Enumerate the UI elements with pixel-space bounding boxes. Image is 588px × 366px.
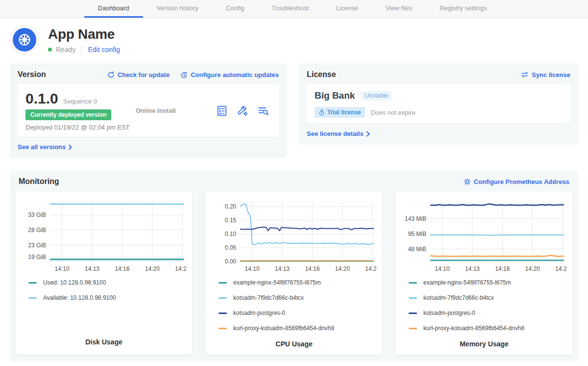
chart-plot[interactable]: 14:1014:1314:1614:2014:230.000.050.100.1… (212, 197, 376, 275)
svg-text:14:13: 14:13 (85, 265, 99, 272)
configure-automatic-updates-button[interactable]: Configure automatic updates (180, 71, 279, 78)
version-number: 0.1.0 (25, 90, 58, 107)
install-type-label: Online Install (136, 107, 216, 114)
svg-text:14:16: 14:16 (495, 265, 510, 272)
tab-label: Version history (157, 4, 198, 12)
chart-plot[interactable]: 14:1014:1314:1614:2014:2348 MiB95 MiB143… (402, 197, 566, 275)
svg-text:95 MiB: 95 MiB (408, 231, 426, 237)
chart-plot[interactable]: 14:1014:1314:1614:2014:2319 GiB23 GiB28 … (22, 197, 186, 275)
charts-row: 14:1014:1314:1614:2014:2319 GiB23 GiB28 … (16, 192, 572, 355)
preflight-checks-icon[interactable] (216, 105, 228, 117)
svg-text:0.10: 0.10 (225, 231, 237, 237)
legend-item: kurl-proxy-kotsadm-8569fb6454-dnvh8 (219, 325, 376, 332)
check-for-update-button[interactable]: Check for update (107, 71, 170, 78)
legend-item: Used: 10.128.0.96:9100 (28, 279, 186, 286)
svg-text:14:23: 14:23 (175, 265, 186, 272)
license-card: License Sync license Big Bank Unstable T… (299, 63, 578, 145)
channel-badge: Unstable (361, 91, 392, 101)
see-license-details-link[interactable]: See license details (307, 130, 370, 137)
chevron-right-icon (68, 144, 73, 150)
chart-legend: example-nginx-54f8f76755-l675mkotsadm-7f… (402, 279, 566, 340)
svg-text:19 GiB: 19 GiB (28, 254, 46, 261)
chart-title: Memory Usage (402, 340, 566, 353)
top-navbar: DashboardVersion historyConfigTroublesho… (0, 0, 588, 18)
edit-config-link[interactable]: Edit config (88, 46, 120, 53)
legend-item: kotsadm-7f9dc7d66c-b4tcx (409, 294, 566, 301)
svg-text:143 MiB: 143 MiB (405, 215, 426, 222)
tab-label: View files (386, 4, 413, 12)
legend-item: kotsadm-postgres-0 (409, 310, 566, 316)
legend-item: kotsadm-postgres-0 (219, 310, 376, 316)
chart-title: Disk Usage (22, 338, 186, 351)
page: App Name Ready Edit config Version Check… (0, 18, 588, 362)
license-name: Big Bank (315, 90, 355, 101)
svg-text:14:20: 14:20 (335, 265, 350, 272)
stopwatch-icon (318, 109, 325, 116)
svg-text:0.20: 0.20 (225, 203, 237, 210)
disk-usage-chart: 14:1014:1314:1614:2014:2319 GiB23 GiB28 … (16, 192, 192, 355)
svg-text:14:10: 14:10 (55, 265, 70, 272)
svg-text:0.00: 0.00 (225, 258, 237, 265)
svg-text:14:23: 14:23 (365, 265, 376, 272)
svg-text:14:10: 14:10 (435, 265, 450, 272)
tab-dashboard[interactable]: Dashboard (84, 0, 143, 18)
deployed-timestamp: Deployed 01/19/22 @ 02:04 pm EST (25, 124, 136, 131)
version-heading: Version (18, 70, 46, 79)
memory-usage-chart: 14:1014:1314:1614:2014:2348 MiB95 MiB143… (396, 192, 572, 355)
sequence-label: Sequence 0 (63, 98, 97, 105)
svg-text:14:20: 14:20 (525, 265, 540, 272)
svg-text:0.15: 0.15 (225, 217, 237, 224)
legend-item: example-nginx-54f8f76755-l675m (409, 279, 566, 286)
tab-label: Dashboard (98, 4, 129, 12)
configure-prometheus-button[interactable]: Configure Prometheus Address (464, 178, 569, 185)
svg-text:0.05: 0.05 (225, 244, 237, 251)
deploy-logs-icon[interactable] (257, 105, 269, 117)
svg-text:14:16: 14:16 (305, 265, 319, 272)
svg-text:33 GiB: 33 GiB (28, 211, 46, 218)
sync-icon (521, 71, 529, 78)
svg-text:14:23: 14:23 (555, 265, 566, 272)
svg-text:14:13: 14:13 (465, 265, 480, 272)
sync-license-button[interactable]: Sync license (521, 71, 570, 78)
deployed-badge: Currently deployed version (25, 109, 111, 120)
tab-config[interactable]: Config (212, 0, 258, 18)
tab-label: Troubleshoot (271, 4, 308, 12)
svg-text:28 GiB: 28 GiB (28, 227, 46, 234)
svg-text:14:10: 14:10 (245, 265, 260, 272)
edit-config-tools-icon[interactable] (237, 105, 248, 117)
svg-text:14:13: 14:13 (275, 265, 290, 272)
schedule-icon (180, 71, 188, 78)
monitoring-heading: Monitoring (19, 177, 59, 186)
status-label: Ready (56, 46, 75, 53)
cpu-usage-chart: 14:1014:1314:1614:2014:230.000.050.100.1… (206, 192, 382, 355)
tab-label: Registry settings (440, 4, 487, 12)
chart-title: CPU Usage (212, 340, 376, 353)
tab-troubleshoot[interactable]: Troubleshoot (258, 0, 322, 18)
monitoring-section: Monitoring Configure Prometheus Address … (10, 171, 578, 362)
chevron-right-icon (366, 131, 370, 137)
refresh-icon (107, 71, 115, 78)
expiry-label: Does not expire (371, 109, 416, 116)
see-all-versions-link[interactable]: See all versions (18, 143, 73, 151)
svg-text:14:16: 14:16 (115, 265, 129, 272)
legend-item: kotsadm-7f9dc7d66c-b4tcx (219, 294, 376, 301)
legend-item: Available: 10.128.0.96:9100 (28, 294, 186, 301)
kubernetes-logo (11, 26, 38, 53)
gear-icon (464, 178, 471, 185)
svg-text:48 MiB: 48 MiB (408, 246, 426, 253)
page-title: App Name (48, 26, 120, 42)
version-card: Version Check for update Configure autom… (10, 63, 287, 158)
trial-license-badge: Trial license (315, 107, 365, 118)
tab-license[interactable]: License (322, 0, 372, 18)
divider (81, 46, 82, 53)
tab-view-files[interactable]: View files (372, 0, 426, 18)
tab-label: Config (226, 4, 245, 12)
legend-item: example-nginx-54f8f76755-l675m (219, 279, 376, 286)
legend-item: kurl-proxy-kotsadm-8569fb6454-dnvh8 (409, 325, 566, 332)
tab-registry-settings[interactable]: Registry settings (426, 0, 500, 18)
tab-label: License (336, 4, 358, 12)
svg-text:23 GiB: 23 GiB (28, 242, 46, 249)
tab-version-history[interactable]: Version history (143, 0, 212, 18)
license-heading: License (307, 70, 336, 79)
chart-legend: example-nginx-54f8f76755-l675mkotsadm-7f… (212, 279, 376, 340)
